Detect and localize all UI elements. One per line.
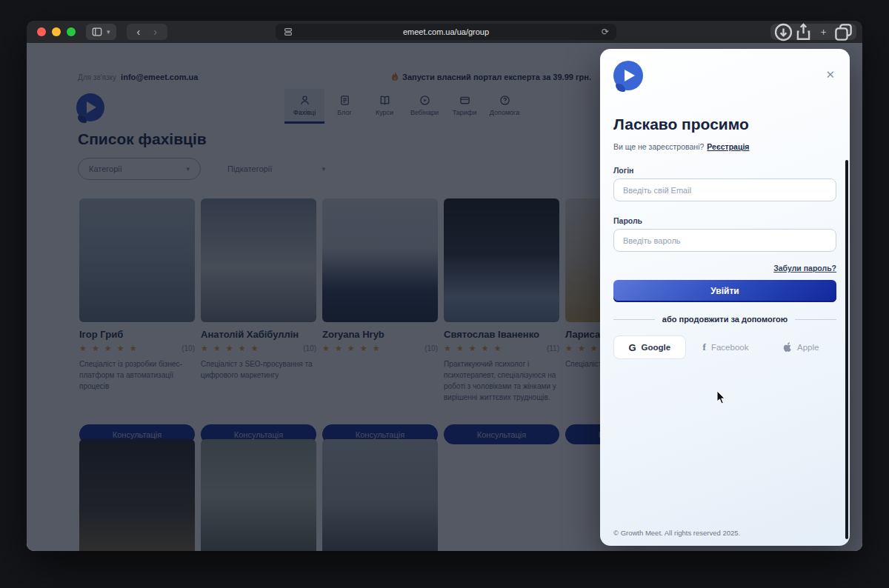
- close-icon[interactable]: ✕: [825, 68, 835, 81]
- register-link[interactable]: Реєстрація: [707, 142, 749, 151]
- reload-icon[interactable]: ⟳: [602, 27, 609, 37]
- modal-title: Ласкаво просимо: [613, 116, 836, 133]
- apple-label: Apple: [797, 343, 819, 352]
- emeet-logo-icon: [613, 61, 643, 90]
- divider-text: або продовжити за допомогою: [662, 315, 788, 324]
- browser-toolbar: ▾ ‹ › emeet.com.ua/ua/group ⟳ ＋: [27, 21, 862, 43]
- apple-icon: [783, 342, 792, 353]
- facebook-login-button[interactable]: f Facebook: [690, 335, 762, 359]
- zoom-window-button[interactable]: [67, 27, 76, 36]
- facebook-icon: f: [703, 341, 706, 353]
- modal-scrollbar[interactable]: [845, 160, 848, 539]
- login-label: Логін: [613, 166, 836, 175]
- password-label: Пароль: [613, 216, 836, 225]
- history-nav: ‹ ›: [127, 24, 167, 40]
- back-button[interactable]: ‹: [133, 26, 145, 38]
- url-text: emeet.com.ua/ua/group: [403, 27, 489, 36]
- close-window-button[interactable]: [37, 27, 46, 36]
- toolbar-right-group: ＋: [770, 24, 856, 40]
- new-tab-icon[interactable]: ＋: [813, 27, 833, 37]
- page-info-icon[interactable]: [283, 27, 293, 37]
- browser-window: ▾ ‹ › emeet.com.ua/ua/group ⟳ ＋: [27, 21, 862, 551]
- register-prompt-text: Ви ще не зареєстровані?: [613, 142, 704, 151]
- address-bar[interactable]: emeet.com.ua/ua/group ⟳: [276, 24, 616, 40]
- google-label: Google: [642, 343, 671, 352]
- apple-login-button[interactable]: Apple: [765, 335, 836, 359]
- window-controls: [37, 27, 76, 36]
- forward-button[interactable]: ›: [149, 26, 162, 38]
- share-icon[interactable]: [793, 27, 813, 37]
- downloads-icon[interactable]: [773, 27, 793, 37]
- sidebar-icon: [92, 27, 102, 37]
- minimize-window-button[interactable]: [52, 27, 61, 36]
- facebook-label: Facebook: [711, 343, 749, 352]
- chevron-down-icon: ▾: [107, 28, 110, 36]
- social-login-row: G Google f Facebook Apple: [613, 335, 836, 359]
- tab-overview-icon[interactable]: [833, 27, 853, 37]
- sidebar-toggle[interactable]: ▾: [86, 24, 116, 40]
- google-login-button[interactable]: G Google: [613, 335, 686, 359]
- email-field[interactable]: [613, 178, 836, 201]
- social-divider: або продовжити за допомогою: [613, 315, 836, 324]
- google-icon: G: [628, 342, 636, 353]
- mouse-cursor: [716, 390, 727, 405]
- password-field[interactable]: [613, 229, 836, 252]
- register-prompt: Ви ще не зареєстровані?Реєстрація: [613, 142, 836, 151]
- modal-footer-copyright: © Growth Meet. All rights reserved 2025.: [613, 529, 740, 537]
- login-modal: ✕ Ласкаво просимо Ви ще не зареєстровані…: [600, 49, 850, 546]
- forgot-password-link[interactable]: Забули пароль?: [773, 264, 836, 273]
- sign-in-button[interactable]: Увійти: [613, 280, 836, 302]
